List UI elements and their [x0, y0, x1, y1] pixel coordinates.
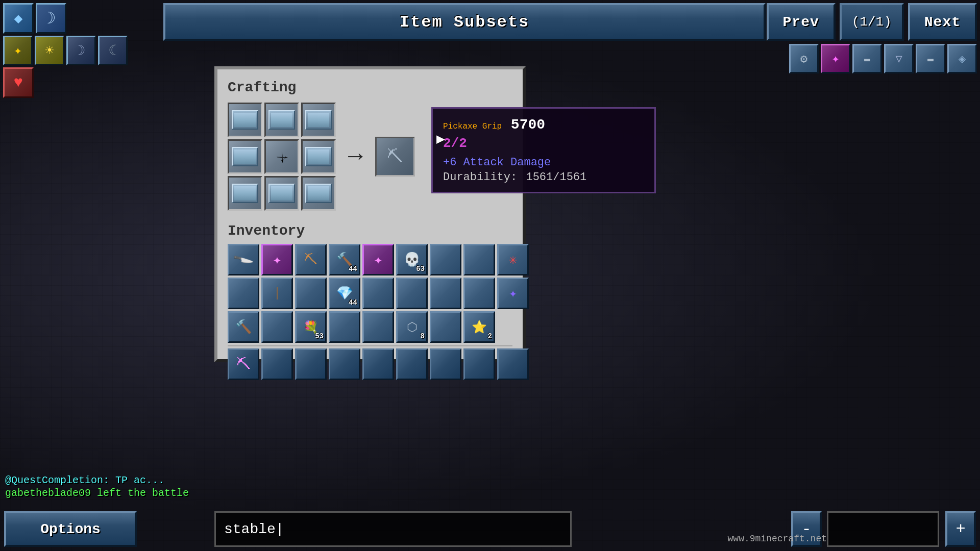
- title-bar: Item Subsets: [163, 3, 766, 41]
- sun-star-icon[interactable]: ✦: [3, 36, 33, 65]
- hotbar-slot-0[interactable]: ⛏: [228, 348, 259, 380]
- craft-slot-3[interactable]: [228, 139, 262, 174]
- heart-icon[interactable]: ♥: [3, 67, 34, 98]
- metal-icon-btn[interactable]: ▬: [852, 44, 882, 73]
- inventory-title: Inventory: [228, 223, 512, 239]
- hotbar-slot-6[interactable]: [430, 348, 461, 380]
- options-button[interactable]: Options: [4, 511, 137, 547]
- watermark: www.9minecraft.net: [728, 534, 827, 544]
- tooltip-stat1: +6 Attack Damage: [443, 156, 644, 169]
- craft-slot-7[interactable]: [264, 176, 299, 211]
- plus-button[interactable]: +: [945, 511, 976, 547]
- inv-slot-17[interactable]: ✦: [497, 278, 529, 309]
- inv-slot-10[interactable]: |: [261, 278, 293, 309]
- inv-slot-2[interactable]: ⛏: [295, 244, 327, 276]
- hotbar-slot-4[interactable]: [362, 348, 394, 380]
- hotbar-slot-8[interactable]: [497, 348, 529, 380]
- chat-input[interactable]: stable |: [214, 511, 572, 547]
- craft-slot-6[interactable]: [228, 176, 262, 211]
- craft-slot-8[interactable]: [301, 176, 336, 211]
- inv-slot-23[interactable]: ⬡ 8: [396, 311, 428, 343]
- inv-slot-5[interactable]: 💀 63: [396, 244, 428, 276]
- nav-buttons: Prev (1/1) Next: [767, 3, 977, 41]
- icon-row-2: ✦ ☀ ☽ ☾: [3, 36, 128, 65]
- inv-slot-13[interactable]: [362, 278, 394, 309]
- icon-row-1: ◆ ☽: [3, 3, 128, 34]
- moon-icon[interactable]: ☽: [36, 3, 66, 34]
- craft-slot-4[interactable]: ⚔: [264, 139, 299, 174]
- hotbar-slot-1[interactable]: [261, 348, 293, 380]
- inv-slot-4[interactable]: ✦: [362, 244, 394, 276]
- tooltip-item-value: 5700: [511, 117, 545, 133]
- next-button[interactable]: Next: [908, 3, 977, 41]
- inv-slot-24[interactable]: [430, 311, 461, 343]
- inv-slot-12[interactable]: 💎 44: [329, 278, 360, 309]
- icon-row-3: ♥: [3, 67, 128, 98]
- tooltip-count: 2/2: [443, 136, 644, 151]
- hotbar-slot-3[interactable]: [329, 348, 360, 380]
- item-tooltip: Pickaxe Grip 5700 2/2 +6 Attack Damage D…: [431, 107, 656, 193]
- hotbar-slot-2[interactable]: [295, 348, 327, 380]
- inv-slot-1[interactable]: ✦: [261, 244, 293, 276]
- inv-slot-6[interactable]: [430, 244, 461, 276]
- hotbar: ⛏: [228, 345, 512, 380]
- inv-slot-11[interactable]: [295, 278, 327, 309]
- page-title: Item Subsets: [400, 13, 529, 32]
- inv-slot-9[interactable]: [228, 278, 259, 309]
- chat-area: @QuestCompletion: TP ac... gabetheblade0…: [5, 474, 189, 500]
- hotbar-slot-5[interactable]: [396, 348, 428, 380]
- inv-slot-21[interactable]: [329, 311, 360, 343]
- page-indicator: (1/1): [840, 3, 904, 41]
- tooltip-durability: Durability: 1561/1561: [443, 171, 644, 184]
- inv-slot-16[interactable]: [463, 278, 495, 309]
- count-input[interactable]: [827, 511, 939, 547]
- tooltip-item-name: Pickaxe Grip: [443, 122, 502, 131]
- inv-slot-15[interactable]: [430, 278, 461, 309]
- cursor: ▶: [436, 130, 445, 147]
- inv-slot-3[interactable]: 🔨 44: [329, 244, 360, 276]
- craft-slot-1[interactable]: [264, 103, 299, 137]
- inv-slot-25[interactable]: ⭐ 2: [463, 311, 495, 343]
- plate-icon-btn[interactable]: ▬: [916, 44, 945, 73]
- chat-line-2: gabetheblade09 left the battle: [5, 487, 189, 499]
- hotbar-slot-7[interactable]: [463, 348, 495, 380]
- crescent-icon[interactable]: ☽: [66, 36, 96, 65]
- crafting-title: Crafting: [228, 80, 512, 95]
- gear-icon-btn[interactable]: ⚙: [789, 44, 819, 73]
- inv-slot-20[interactable]: 💐 53: [295, 311, 327, 343]
- helmet-icon-btn[interactable]: ▽: [884, 44, 914, 73]
- inv-slot-14[interactable]: [396, 278, 428, 309]
- chat-line-1: @QuestCompletion: TP ac...: [5, 474, 189, 486]
- craft-slot-0[interactable]: [228, 103, 262, 137]
- inv-slot-7[interactable]: [463, 244, 495, 276]
- inv-slot-19[interactable]: [261, 311, 293, 343]
- sun-icon[interactable]: ☀: [35, 36, 64, 65]
- top-right-items: ⚙ ✦ ▬ ▽ ▬ ◈: [789, 44, 977, 73]
- crescent2-icon[interactable]: ☾: [98, 36, 128, 65]
- inv-slot-22[interactable]: [362, 311, 394, 343]
- inv-slot-8[interactable]: ✳: [497, 244, 529, 276]
- result-slot[interactable]: ⛏: [375, 137, 415, 177]
- crafting-grid: ⚔: [228, 103, 336, 211]
- inv-slot-18[interactable]: 🔨: [228, 311, 259, 343]
- craft-slot-5[interactable]: [301, 139, 336, 174]
- prev-button[interactable]: Prev: [767, 3, 836, 41]
- diamond-icon[interactable]: ◆: [3, 3, 34, 34]
- globe-icon-btn[interactable]: ◈: [947, 44, 977, 73]
- inv-slot-0[interactable]: 🔪: [228, 244, 259, 276]
- craft-slot-2[interactable]: [301, 103, 336, 137]
- crafting-arrow: →: [348, 143, 363, 170]
- top-left-icons: ◆ ☽ ✦ ☀ ☽ ☾ ♥: [3, 3, 128, 98]
- inventory-grid: 🔪 ✦ ⛏ 🔨 44 ✦ 💀 63 ✳ | 💎 4: [228, 244, 512, 343]
- cross-pink-btn[interactable]: ✦: [821, 44, 850, 73]
